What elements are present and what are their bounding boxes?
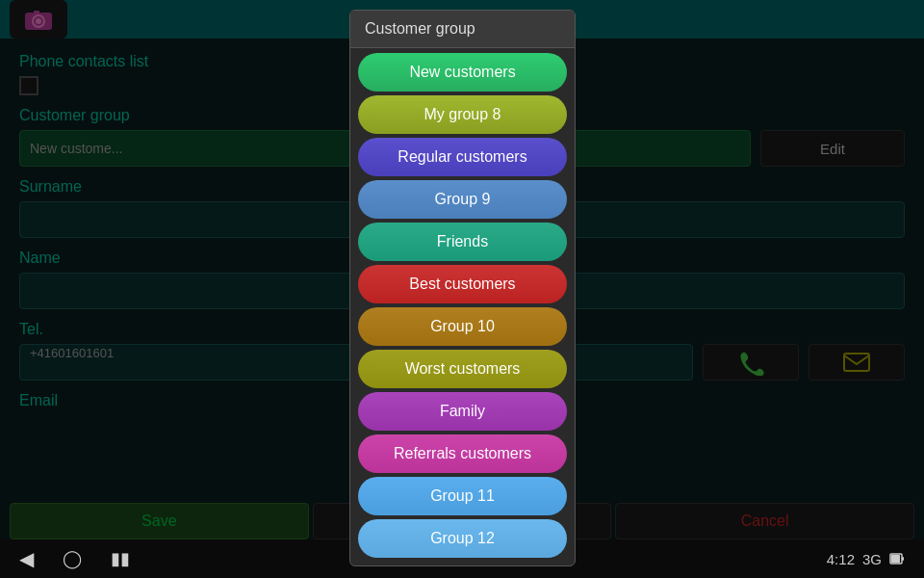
battery-icon — [889, 551, 905, 566]
dropdown-modal: Customer group New customersMy group 8Re… — [349, 10, 576, 566]
dropdown-item-group-10[interactable]: Group 10 — [358, 307, 567, 346]
dropdown-item-group-11[interactable]: Group 11 — [358, 477, 567, 515]
dropdown-item-new-customers[interactable]: New customers — [358, 53, 567, 92]
time-display: 4:12 — [827, 551, 855, 567]
nav-buttons: ◀ ◯ ▮▮ — [19, 547, 130, 570]
dropdown-item-group-12[interactable]: Group 12 — [358, 519, 567, 558]
svg-rect-7 — [891, 555, 900, 563]
signal-display: 3G — [862, 551, 882, 567]
dropdown-item-worst-customers[interactable]: Worst customers — [358, 350, 567, 388]
dropdown-item-referrals-customers[interactable]: Referrals customers — [358, 434, 567, 473]
dropdown-item-group-9[interactable]: Group 9 — [358, 180, 567, 219]
dropdown-item-best-customers[interactable]: Best customers — [358, 265, 567, 303]
dropdown-item-my-group-8[interactable]: My group 8 — [358, 95, 567, 134]
dropdown-item-family[interactable]: Family — [358, 392, 567, 431]
recents-button[interactable]: ▮▮ — [111, 548, 130, 569]
home-button[interactable]: ◯ — [63, 548, 82, 569]
back-button[interactable]: ◀ — [19, 547, 34, 570]
svg-rect-6 — [902, 557, 904, 561]
dropdown-item-friends[interactable]: Friends — [358, 223, 567, 261]
status-right: 4:12 3G — [827, 551, 905, 567]
dropdown-list: New customersMy group 8Regular customers… — [350, 48, 575, 565]
dropdown-item-regular-customers[interactable]: Regular customers — [358, 138, 567, 176]
dropdown-title: Customer group — [350, 11, 575, 48]
